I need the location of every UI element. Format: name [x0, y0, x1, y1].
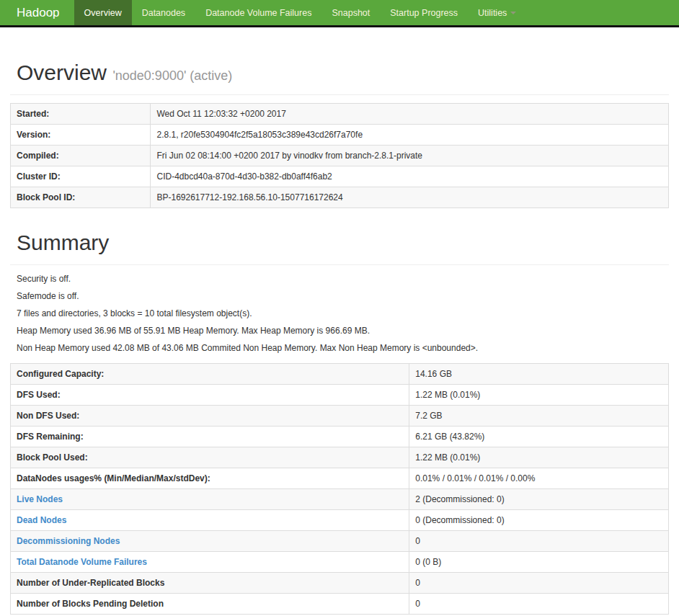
link-dead-nodes[interactable]: Dead Nodes: [17, 515, 66, 525]
nav-tab-startup-progress[interactable]: Startup Progress: [380, 0, 468, 25]
table-row-dfs-remaining: DFS Remaining:6.21 GB (43.82%): [11, 427, 669, 447]
table-row-dead-nodes: Dead Nodes0 (Decommissioned: 0): [11, 510, 669, 531]
nav-tab-overview[interactable]: Overview: [74, 0, 132, 25]
table-row-compiled: Compiled:Fri Jun 02 08:14:00 +0200 2017 …: [11, 146, 669, 166]
row-value-version: 2.8.1, r20fe5304904fc2f5a18053c389e43cd2…: [151, 125, 669, 146]
row-value-total-datanode-volume-failures: 0 (0 B): [409, 552, 669, 573]
table-row-version: Version:2.8.1, r20fe5304904fc2f5a18053c3…: [11, 125, 669, 146]
table-row-started: Started:Wed Oct 11 12:03:32 +0200 2017: [11, 104, 669, 125]
row-label-dfs-remaining: DFS Remaining:: [11, 427, 409, 447]
table-row-configured-capacity: Configured Capacity:14.16 GB: [11, 364, 669, 385]
row-label-non-dfs-used: Non DFS Used:: [11, 406, 409, 427]
link-live-nodes[interactable]: Live Nodes: [17, 494, 63, 504]
table-row-number-of-blocks-pending-deletion: Number of Blocks Pending Deletion0: [11, 594, 669, 615]
namenode-info-table-body: Started:Wed Oct 11 12:03:32 +0200 2017Ve…: [11, 104, 669, 208]
row-label-number-of-blocks-pending-deletion: Number of Blocks Pending Deletion: [11, 594, 409, 615]
row-label-dead-nodes: Dead Nodes: [11, 510, 409, 531]
table-row-dfs-used: DFS Used:1.22 MB (0.01%): [11, 385, 669, 406]
table-row-number-of-under-replicated-blocks: Number of Under-Replicated Blocks0: [11, 573, 669, 594]
row-label-compiled: Compiled:: [11, 146, 151, 166]
row-label-started: Started:: [11, 104, 151, 125]
cluster-summary-table: Configured Capacity:14.16 GBDFS Used:1.2…: [10, 363, 669, 615]
table-row-total-datanode-volume-failures: Total Datanode Volume Failures0 (0 B): [11, 552, 669, 573]
row-label-decommissioning-nodes: Decommissioning Nodes: [11, 531, 409, 552]
link-total-datanode-volume-failures[interactable]: Total Datanode Volume Failures: [17, 557, 147, 567]
row-label-cluster-id: Cluster ID:: [11, 166, 151, 187]
row-label-number-of-under-replicated-blocks: Number of Under-Replicated Blocks: [11, 573, 409, 594]
row-label-datanodes-usages-min-median-max-stddev: DataNodes usages% (Min/Median/Max/stdDev…: [11, 468, 409, 489]
row-value-dfs-remaining: 6.21 GB (43.82%): [409, 427, 669, 447]
row-label-block-pool-used: Block Pool Used:: [11, 447, 409, 468]
row-value-dead-nodes: 0 (Decommissioned: 0): [409, 510, 669, 531]
table-row-decommissioning-nodes: Decommissioning Nodes0: [11, 531, 669, 552]
row-value-non-dfs-used: 7.2 GB: [409, 406, 669, 427]
table-row-datanodes-usages-min-median-max-stddev: DataNodes usages% (Min/Median/Max/stdDev…: [11, 468, 669, 489]
hadoop-brand[interactable]: Hadoop: [0, 0, 74, 25]
table-row-block-pool-used: Block Pool Used:1.22 MB (0.01%): [11, 447, 669, 468]
nav-tab-datanodes[interactable]: Datanodes: [132, 0, 195, 25]
nav-tab-snapshot[interactable]: Snapshot: [321, 0, 380, 25]
overview-title-text: Overview: [17, 61, 107, 84]
summary-text-line: Heap Memory used 36.96 MB of 55.91 MB He…: [17, 326, 669, 336]
row-value-cluster-id: CID-4dbcd40a-870d-4d30-b382-db0aff4f6ab2: [151, 166, 669, 187]
summary-paragraphs: Security is off.Safemode is off.7 files …: [10, 274, 669, 353]
summary-text-line: Security is off.: [17, 274, 669, 284]
row-label-total-datanode-volume-failures: Total Datanode Volume Failures: [11, 552, 409, 573]
summary-text-line: 7 files and directories, 3 blocks = 10 t…: [17, 309, 669, 318]
cluster-summary-table-body: Configured Capacity:14.16 GBDFS Used:1.2…: [11, 364, 669, 615]
row-value-block-pool-used: 1.22 MB (0.01%): [409, 447, 669, 468]
row-value-datanodes-usages-min-median-max-stddev: 0.01% / 0.01% / 0.01% / 0.00%: [409, 468, 669, 489]
row-label-dfs-used: DFS Used:: [11, 385, 409, 406]
row-value-compiled: Fri Jun 02 08:14:00 +0200 2017 by vinodk…: [151, 146, 669, 166]
row-value-block-pool-id: BP-1692617712-192.168.56.10-150771617262…: [151, 187, 669, 208]
row-label-live-nodes: Live Nodes: [11, 489, 409, 510]
summary-section-title: Summary: [10, 231, 669, 265]
row-value-decommissioning-nodes: 0: [409, 531, 669, 552]
namenode-info-table: Started:Wed Oct 11 12:03:32 +0200 2017Ve…: [10, 103, 669, 208]
table-row-cluster-id: Cluster ID:CID-4dbcd40a-870d-4d30-b382-d…: [11, 166, 669, 187]
table-row-block-pool-id: Block Pool ID:BP-1692617712-192.168.56.1…: [11, 187, 669, 208]
row-label-configured-capacity: Configured Capacity:: [11, 364, 409, 385]
top-navbar: Hadoop OverviewDatanodesDatanode Volume …: [0, 0, 679, 27]
table-row-non-dfs-used: Non DFS Used:7.2 GB: [11, 406, 669, 427]
row-value-dfs-used: 1.22 MB (0.01%): [409, 385, 669, 406]
row-label-version: Version:: [11, 125, 151, 146]
row-value-started: Wed Oct 11 12:03:32 +0200 2017: [151, 104, 669, 125]
row-value-number-of-under-replicated-blocks: 0: [409, 573, 669, 594]
row-value-configured-capacity: 14.16 GB: [409, 364, 669, 385]
namenode-address-status: 'node0:9000' (active): [112, 68, 232, 83]
summary-text-line: Safemode is off.: [17, 292, 669, 301]
nav-tab-utilities[interactable]: Utilities: [468, 0, 526, 25]
row-value-number-of-blocks-pending-deletion: 0: [409, 594, 669, 615]
row-value-live-nodes: 2 (Decommissioned: 0): [409, 489, 669, 510]
summary-text-line: Non Heap Memory used 42.08 MB of 43.06 M…: [17, 344, 669, 353]
navbar-menu: OverviewDatanodesDatanode Volume Failure…: [74, 0, 527, 25]
nav-tab-datanode-volume-failures[interactable]: Datanode Volume Failures: [195, 0, 321, 25]
row-label-block-pool-id: Block Pool ID:: [11, 187, 151, 208]
overview-page-title: Overview 'node0:9000' (active): [10, 61, 669, 95]
table-row-live-nodes: Live Nodes2 (Decommissioned: 0): [11, 489, 669, 510]
link-decommissioning-nodes[interactable]: Decommissioning Nodes: [17, 536, 120, 546]
main-content: Overview 'node0:9000' (active) Started:W…: [0, 61, 679, 615]
caret-down-icon: [510, 12, 516, 14]
summary-title-text: Summary: [17, 231, 109, 254]
